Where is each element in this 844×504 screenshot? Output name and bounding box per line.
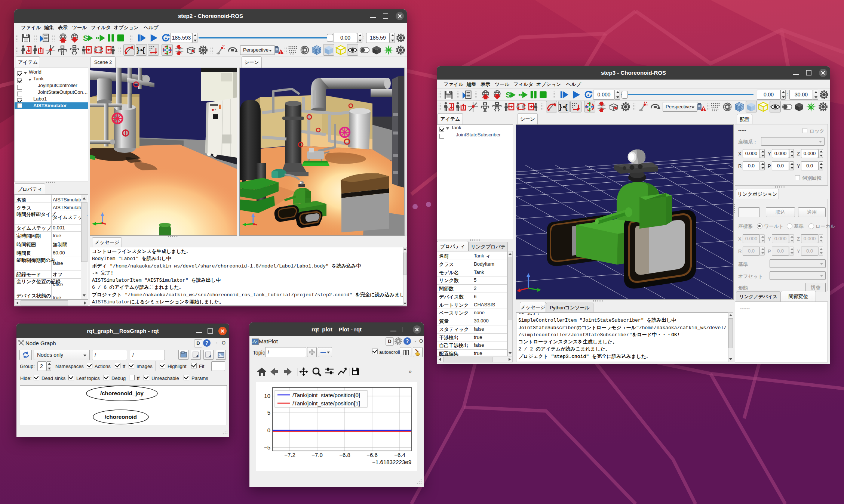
svg-text:−5: −5	[264, 444, 270, 451]
svg-text:−7.2: −7.2	[284, 452, 295, 458]
svg-text:/choreonoid: /choreonoid	[105, 414, 137, 420]
svg-text:−7.0: −7.0	[311, 452, 323, 458]
svg-text:−6.4: −6.4	[394, 452, 405, 458]
svg-text:/choreonoid_joy: /choreonoid_joy	[100, 390, 144, 396]
svg-text:/Tank/joint_state/position[0]: /Tank/joint_state/position[0]	[292, 392, 360, 398]
svg-text:−6.8: −6.8	[339, 452, 350, 458]
svg-text:/Tank/joint_state/position[1]: /Tank/joint_state/position[1]	[292, 400, 360, 406]
svg-text:10: 10	[264, 393, 270, 399]
svg-text:−1.61832223e9: −1.61832223e9	[372, 459, 411, 465]
svg-text:−6.6: −6.6	[366, 452, 378, 458]
svg-text:0: 0	[267, 427, 270, 433]
svg-text:»: »	[409, 368, 412, 374]
svg-text:5: 5	[267, 409, 270, 416]
